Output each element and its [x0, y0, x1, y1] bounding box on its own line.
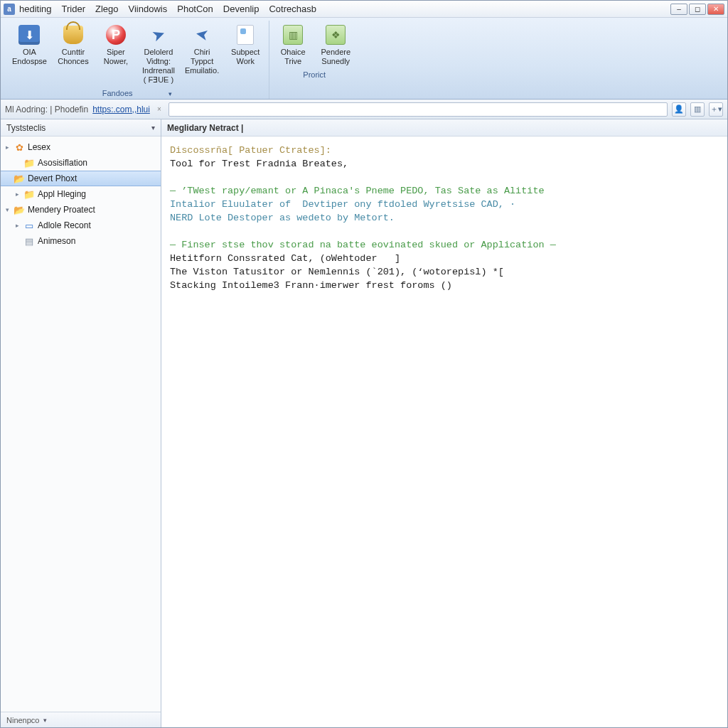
ribbon: ⬇ OIAEndospse CunttirChonces P SiperNowe…: [1, 18, 727, 100]
tree-row[interactable]: ▸📁Appl Hleging: [1, 186, 161, 202]
ribbon-btn-pendere[interactable]: ❖ PendereSunedly: [315, 21, 356, 69]
tree-label: Lesex: [28, 142, 50, 152]
tree: ▸✿Lesex📁Asosisiflation📂Devert Phoxt▸📁App…: [1, 136, 161, 712]
tree-twisty-icon[interactable]: ▸: [14, 191, 21, 198]
code-line: Discossrña[ Patuer Ctrates]:: [170, 145, 331, 156]
tab-close-icon[interactable]: ×: [154, 105, 164, 113]
sidebar-header[interactable]: Tyststeclis ▾: [1, 119, 161, 136]
ribbon-group-label: Prorict: [303, 70, 326, 79]
editor-tab[interactable]: Meglidary Netract |: [167, 123, 243, 133]
arrow-up-icon: ➤: [144, 20, 173, 49]
ribbon-btn-cunttir[interactable]: CunttirChonces: [53, 21, 94, 87]
maximize-button[interactable]: ◻: [689, 4, 706, 15]
ribbon-group-label: Fandoes: [102, 89, 133, 97]
ribbon-btn-siper[interactable]: P SiperNower,: [95, 21, 136, 87]
code-line: — ’TWest rapy/emant or A Pinaca's Pneme …: [170, 186, 545, 196]
tree-label: Asosisiflation: [38, 158, 87, 168]
main-menu: hediting Trider Zlego Viindowis PhotCon …: [19, 4, 316, 14]
tree-row[interactable]: ▤Animeson: [1, 233, 161, 249]
tree-label: Devert Phoxt: [28, 173, 77, 183]
tree-twisty-icon[interactable]: ▸: [14, 222, 21, 229]
address-bar: Ml Aodring: | Phodefin https:.com,,hlui …: [1, 100, 727, 119]
menu-item[interactable]: Zlego: [95, 4, 119, 14]
tree-row[interactable]: ▸▭Adlole Recont: [1, 218, 161, 233]
arrow-icon: ➤: [189, 21, 215, 48]
ribbon-btn-subpect[interactable]: SubpectWork: [225, 21, 266, 87]
menu-item[interactable]: PhotCon: [177, 4, 213, 14]
tree-row[interactable]: ▸✿Lesex: [1, 139, 161, 155]
ribbon-group-prorict: ▥ OhaiceTrive ❖ PendereSunedly Prorict: [269, 21, 359, 99]
user-icon[interactable]: 👤: [672, 102, 686, 117]
tree-twisty-icon[interactable]: ▸: [4, 144, 11, 151]
sidebar-footer-label: Ninenpco: [6, 716, 39, 724]
module-icon: ▥: [282, 23, 304, 46]
code-line: Hetitforn Conssrated Cat, (oWehtoder ]: [170, 253, 400, 264]
code-line: NERD Lote Destoper as wedeto by Metort.: [170, 213, 395, 223]
sidebar-title: Tyststeclis: [6, 123, 46, 133]
tree-label: Animeson: [38, 236, 75, 246]
menu-item[interactable]: Trider: [62, 4, 85, 14]
sidebar: Tyststeclis ▾ ▸✿Lesex📁Asosisiflation📂Dev…: [1, 119, 161, 727]
download-box-icon: ⬇: [18, 23, 41, 46]
app-icon: a: [4, 4, 15, 15]
add-tab-icon[interactable]: ＋▾: [709, 102, 723, 117]
bucket-icon: [62, 23, 85, 46]
editor: Meglidary Netract | Discossrña[ Patuer C…: [161, 119, 727, 727]
title-bar: a hediting Trider Zlego Viindowis PhotCo…: [1, 1, 727, 18]
chart-icon[interactable]: ▥: [690, 102, 705, 117]
code-line: Intalior Eluulater of Devtiper ony ftdol…: [170, 199, 515, 210]
address-prefix: Ml Aodring: | Phodefin: [5, 105, 88, 114]
menu-item[interactable]: Viindowis: [129, 4, 168, 14]
menu-item[interactable]: Devenlip: [223, 4, 259, 14]
code-line: — Finser stse thov storad na batte eovin…: [170, 240, 556, 250]
minimize-button[interactable]: –: [670, 4, 687, 15]
chevron-down-icon[interactable]: ▾: [151, 124, 155, 132]
dropdown-icon[interactable]: [164, 89, 172, 97]
window-controls: – ◻ ✕: [670, 4, 724, 15]
tree-twisty-icon[interactable]: ▾: [4, 206, 11, 213]
ribbon-btn-oia[interactable]: ⬇ OIAEndospse: [8, 21, 51, 87]
tree-row[interactable]: 📁Asosisiflation: [1, 155, 161, 171]
tree-row[interactable]: 📂Devert Phoxt: [1, 171, 161, 186]
menu-item[interactable]: hediting: [19, 4, 52, 14]
tree-row[interactable]: ▾📂Mendery Proatect: [1, 202, 161, 218]
p-circle-icon: P: [105, 23, 127, 46]
tree-label: Appl Hleging: [38, 189, 86, 199]
editor-body[interactable]: Discossrña[ Patuer Ctrates]: Tool for Tr…: [161, 136, 727, 727]
menu-item[interactable]: Cotrechasb: [269, 4, 316, 14]
code-line: Tool for Trest Fradnia Breates,: [170, 159, 348, 169]
tree-label: Mendery Proatect: [28, 205, 95, 215]
code-line: The Viston Tatusitor or Nemlennis (`201)…: [170, 267, 504, 277]
address-field[interactable]: [168, 102, 668, 117]
editor-tab-bar: Meglidary Netract |: [161, 119, 727, 136]
close-button[interactable]: ✕: [707, 4, 724, 15]
ribbon-btn-delolerd[interactable]: ➤ DelolerdVidtng:Indrrenall( FƎUE ): [138, 21, 179, 87]
ribbon-group-fandoes: ⬇ OIAEndospse CunttirChonces P SiperNowe…: [5, 21, 269, 99]
code-line: Stacking Intoileme3 Frann·imerwer frest …: [170, 280, 452, 291]
sidebar-footer[interactable]: Ninenpco: [1, 712, 161, 727]
ribbon-btn-chiri[interactable]: ➤ ChiriTyppctEmuilatio.: [181, 21, 223, 87]
component-icon: ❖: [324, 23, 347, 46]
tree-label: Adlole Recont: [38, 220, 91, 230]
address-url[interactable]: https:.com,,hlui: [92, 105, 150, 114]
main-split: Tyststeclis ▾ ▸✿Lesex📁Asosisiflation📂Dev…: [1, 119, 727, 727]
ribbon-btn-ohaice[interactable]: ▥ OhaiceTrive: [272, 21, 314, 69]
page-icon: [234, 23, 257, 46]
